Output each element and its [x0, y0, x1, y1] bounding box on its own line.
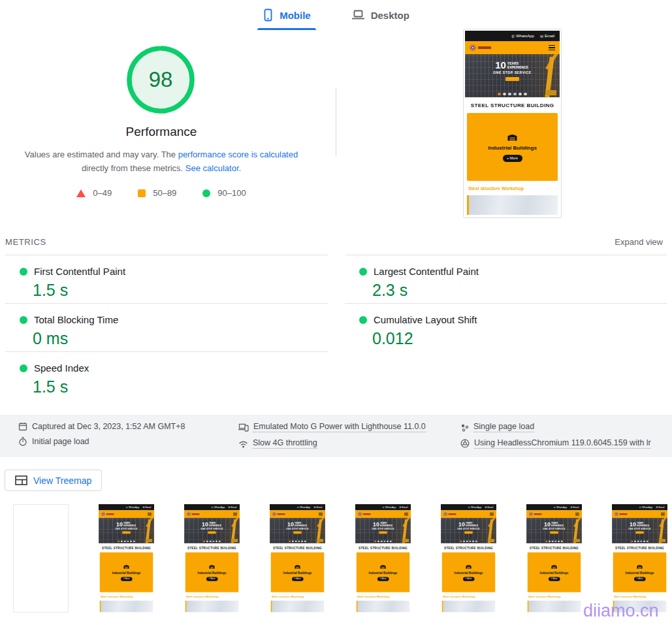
- workshop-image-strip: [271, 601, 324, 613]
- email-icon: ✉: [485, 506, 487, 509]
- site-logo: [272, 512, 285, 516]
- device-tabs: Mobile Desktop: [0, 0, 672, 31]
- section-divider: [336, 88, 336, 156]
- card-title: Industrial Buildings: [283, 571, 312, 574]
- whatsapp-label: WhatsApp: [129, 506, 139, 509]
- whatsapp-label: WhatsApp: [385, 506, 396, 509]
- tab-mobile[interactable]: Mobile: [257, 0, 316, 31]
- site-hero: 10 YEARS EXPERIENCE ONE STOP SERVICE: [465, 54, 560, 97]
- certification-icons: [526, 540, 582, 542]
- site-logo-icon: [615, 512, 618, 516]
- hero-line-2: ONE STOP SERVICE: [543, 528, 565, 530]
- warehouse-icon: [507, 133, 518, 141]
- hero-button: [293, 532, 301, 534]
- site-section-title: STEEL STRUCTURE BUILDING: [184, 543, 240, 553]
- site-logo-text: [192, 513, 200, 515]
- site-logo-text: [478, 46, 491, 49]
- hamburger-icon: [575, 513, 579, 516]
- active-tab-underline: [257, 28, 316, 30]
- hero-button: [550, 532, 558, 534]
- site-hero: 10 YEARS EXPERIENCE ONE STOP SERVICE: [441, 518, 496, 543]
- site-logo-text: [534, 513, 542, 515]
- email-label: Email: [573, 506, 579, 509]
- performance-label: Performance: [18, 125, 305, 139]
- mobile-icon: [263, 8, 274, 22]
- certification-icons: [612, 540, 667, 542]
- site-hero: 10 YEARS EXPERIENCE ONE STOP SERVICE: [526, 518, 582, 543]
- metrics-section-title: METRICS: [5, 237, 46, 247]
- calculator-link[interactable]: performance score is calculated: [178, 150, 298, 159]
- card-more-button: » More: [121, 577, 133, 581]
- hero-line-1: YEARS EXPERIENCE: [466, 521, 479, 526]
- env-page-load: Initial page load: [18, 437, 185, 446]
- site-section-title: STEEL STRUCTURE BUILDING: [99, 543, 154, 553]
- performance-score: 98: [127, 46, 195, 114]
- site-preview-topbar: ✆WhatsApp ✉Email: [184, 504, 240, 510]
- email-item: ✉Email: [142, 506, 151, 509]
- warehouse-icon: [637, 564, 643, 569]
- site-preview: ✆WhatsApp ✉Email 10 YEARS EXPERIENCE ONE…: [612, 504, 667, 613]
- emulated-device-link[interactable]: Emulated Moto G Power with Lighthouse 11…: [253, 422, 426, 432]
- desc-text-1: Values are estimated and may vary. The: [25, 150, 178, 159]
- hero-number: 10: [544, 521, 551, 527]
- site-category-card: Industrial Buildings » More: [467, 113, 558, 181]
- chromium-version-link[interactable]: Using HeadlessChromium 119.0.6045.159 wi…: [474, 438, 651, 449]
- hamburger-icon: [661, 513, 665, 516]
- view-treemap-button[interactable]: View Treemap: [5, 470, 102, 491]
- email-item: ✉Email: [540, 34, 554, 39]
- hamburger-icon: [404, 513, 408, 516]
- email-icon: ✉: [313, 506, 315, 509]
- page-load-icon: [460, 423, 469, 432]
- hero-line-2: ONE STOP SERVICE: [200, 528, 223, 530]
- whatsapp-icon: ✆: [212, 506, 214, 509]
- site-logo-icon: [272, 512, 276, 516]
- performance-gauge[interactable]: 98: [127, 46, 195, 114]
- site-hero: 10 YEARS EXPERIENCE ONE STOP SERVICE: [99, 518, 154, 543]
- site-section-title: STEEL STRUCTURE BUILDING: [441, 543, 496, 553]
- site-logo-icon: [529, 512, 533, 516]
- throttling-link[interactable]: Slow 4G throttling: [253, 438, 317, 449]
- certification-icons: [465, 93, 560, 96]
- whatsapp-item: ✆WhatsApp: [212, 506, 225, 509]
- hero-text: 10 YEARS EXPERIENCE ONE STOP SERVICE: [270, 521, 325, 534]
- metric-first-contentful-paint: First Contentful Paint 1.5 s: [5, 255, 328, 303]
- warehouse-icon: [551, 564, 558, 569]
- site-preview-topbar: ✆WhatsApp ✉Email: [612, 504, 667, 510]
- site-logo-icon: [470, 44, 476, 51]
- single-page-load-link[interactable]: Single page load: [473, 422, 534, 432]
- whatsapp-label: WhatsApp: [516, 34, 534, 38]
- score-legend: 0–49 50–89 90–100: [18, 188, 305, 198]
- certification-icons: [355, 540, 411, 542]
- hero-number: 10: [373, 521, 379, 527]
- metric-value: 1.5 s: [33, 377, 328, 396]
- hero-line-2: ONE STOP SERVICE: [286, 528, 308, 530]
- site-category-card: Industrial Buildings » More: [528, 553, 581, 592]
- hero-button: [505, 77, 519, 81]
- metrics-column-right: Largest Contentful Paint 2.3 s Cumulativ…: [345, 255, 667, 351]
- calendar-icon: [18, 422, 27, 431]
- site-category-card: Industrial Buildings » More: [271, 553, 324, 592]
- hero-number: 10: [116, 521, 123, 527]
- site-category-card: Industrial Buildings » More: [100, 553, 153, 592]
- workshop-image-strip: [442, 601, 495, 613]
- warehouse-icon: [123, 564, 130, 569]
- email-icon: ✉: [142, 506, 144, 509]
- email-label: Email: [146, 506, 152, 509]
- email-label: Email: [402, 506, 408, 509]
- metric-name: Total Blocking Time: [34, 314, 118, 325]
- hero-button: [635, 532, 643, 534]
- whatsapp-label: WhatsApp: [214, 506, 225, 509]
- site-logo-icon: [187, 512, 191, 516]
- workshop-link: Steel structure Workshop: [270, 592, 325, 601]
- pass-dot-icon: [20, 316, 27, 324]
- site-preview-topbar: ✆WhatsApp ✉Email: [465, 31, 560, 41]
- expand-view-button[interactable]: Expand view: [615, 237, 663, 247]
- hamburger-icon: [549, 45, 555, 50]
- card-title: Industrial Buildings: [626, 571, 654, 574]
- hero-text: 10 YEARS EXPERIENCE ONE STOP SERVICE: [441, 521, 496, 534]
- whatsapp-label: WhatsApp: [300, 506, 310, 509]
- see-calculator-link[interactable]: See calculator.: [185, 163, 241, 173]
- site-preview-topbar: ✆WhatsApp ✉Email: [526, 504, 582, 510]
- metric-name: Cumulative Layout Shift: [374, 314, 477, 325]
- tab-desktop[interactable]: Desktop: [346, 0, 415, 31]
